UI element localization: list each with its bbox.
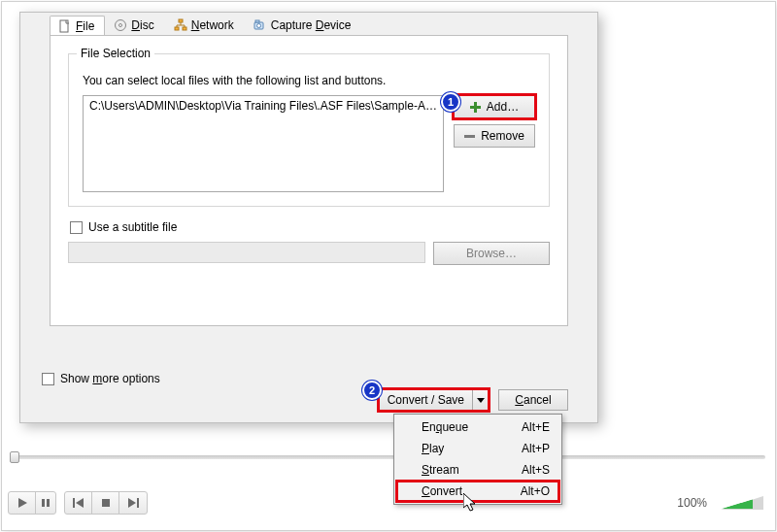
tab-capture-label: Capture Device	[271, 18, 352, 32]
annotation-badge-1: 1	[441, 92, 460, 112]
subtitle-checkbox[interactable]	[70, 221, 83, 234]
tab-network[interactable]: Network	[165, 15, 245, 36]
plus-icon	[470, 102, 481, 113]
cancel-button[interactable]: Cancel	[498, 389, 568, 411]
menu-item-enqueue[interactable]: Enqueue Alt+E	[396, 416, 559, 438]
file-listbox[interactable]: C:\Users\ADMIN\Desktop\Via Training File…	[83, 95, 444, 192]
menu-item-label: Play	[422, 442, 444, 455]
svg-marker-0	[18, 498, 27, 508]
chevron-down-icon[interactable]	[472, 390, 488, 410]
stop-button[interactable]	[92, 492, 119, 514]
skip-group	[64, 491, 148, 515]
svg-rect-18	[470, 106, 481, 109]
tab-capture[interactable]: Capture Device	[245, 15, 362, 36]
more-options-row[interactable]: Show more options	[42, 372, 160, 385]
svg-rect-8	[60, 20, 68, 32]
menu-item-label: Stream	[422, 463, 459, 477]
svg-rect-11	[179, 19, 183, 22]
volume-indicator[interactable]	[721, 496, 763, 510]
seek-bar[interactable]	[4, 447, 773, 466]
tab-network-label: Network	[191, 18, 234, 32]
svg-marker-20	[477, 398, 485, 403]
add-button[interactable]: Add…	[454, 95, 535, 118]
svg-rect-15	[255, 20, 259, 22]
svg-rect-13	[183, 27, 186, 30]
svg-point-16	[256, 24, 260, 28]
svg-marker-21	[463, 493, 475, 511]
menu-item-accel: Alt+S	[522, 463, 550, 477]
convert-save-menu: Enqueue Alt+E Play Alt+P Stream Alt+S Co…	[393, 414, 562, 505]
svg-rect-2	[47, 499, 50, 507]
menu-item-label: Convert	[422, 484, 462, 498]
playback-group	[8, 491, 56, 515]
browse-button-label: Browse…	[466, 247, 517, 260]
tab-disc[interactable]: Disc	[105, 15, 164, 36]
subtitle-label: Use a subtitle file	[88, 220, 177, 234]
seek-knob[interactable]	[10, 451, 19, 463]
svg-point-10	[119, 24, 122, 27]
tab-strip: File Disc Network Capture Device	[50, 15, 361, 36]
menu-item-play[interactable]: Play Alt+P	[396, 438, 559, 459]
menu-item-stream[interactable]: Stream Alt+S	[396, 459, 559, 481]
subtitle-path-field	[68, 242, 425, 263]
seek-track	[12, 455, 765, 459]
file-selection-legend: File Selection	[77, 47, 154, 60]
tab-file[interactable]: File	[50, 16, 105, 37]
tab-file-label: File	[76, 19, 94, 33]
file-selection-group: File Selection You can select local file…	[68, 53, 550, 207]
network-icon	[174, 18, 187, 32]
next-button[interactable]	[119, 492, 147, 514]
menu-item-accel: Alt+P	[522, 442, 550, 455]
convert-save-button[interactable]: Convert / Save	[379, 389, 489, 411]
remove-button-label: Remove	[481, 129, 524, 143]
capture-icon	[253, 18, 267, 32]
menu-item-label: Enqueue	[422, 420, 468, 434]
file-selection-hint: You can select local files with the foll…	[83, 74, 535, 87]
minus-icon	[464, 131, 475, 142]
subtitle-checkbox-row[interactable]: Use a subtitle file	[70, 220, 550, 234]
svg-rect-7	[137, 498, 139, 508]
remove-button[interactable]: Remove	[454, 124, 535, 148]
cancel-label: Cancel	[515, 393, 551, 407]
svg-rect-1	[42, 499, 45, 507]
svg-marker-4	[76, 498, 84, 508]
prev-button[interactable]	[65, 492, 92, 514]
player-toolbar: 100%	[8, 487, 769, 518]
list-item[interactable]: C:\Users\ADMIN\Desktop\Via Training File…	[87, 98, 439, 114]
svg-rect-5	[102, 499, 110, 507]
add-button-label: Add…	[487, 100, 519, 114]
svg-rect-12	[175, 27, 179, 30]
pause-button[interactable]	[36, 492, 55, 514]
convert-save-label: Convert / Save	[380, 393, 472, 407]
file-icon	[58, 19, 72, 33]
dialog-button-row: Convert / Save Cancel	[379, 389, 568, 411]
browse-button: Browse…	[433, 242, 550, 265]
svg-marker-6	[128, 498, 136, 508]
menu-item-accel: Alt+E	[522, 420, 550, 434]
cursor-icon	[463, 493, 479, 513]
more-options-checkbox[interactable]	[42, 373, 54, 385]
svg-rect-19	[464, 135, 475, 138]
svg-rect-3	[73, 498, 75, 508]
play-button[interactable]	[9, 492, 36, 514]
tab-panel-file: File Selection You can select local file…	[50, 35, 568, 326]
menu-item-accel: Alt+O	[521, 484, 550, 498]
open-media-dialog: File Disc Network Capture Device	[19, 12, 598, 423]
disc-icon	[114, 18, 127, 32]
zoom-level: 100%	[677, 496, 707, 510]
app-window: 100% File Disc Networ	[2, 2, 775, 530]
annotation-badge-2: 2	[362, 381, 382, 400]
tab-disc-label: Disc	[131, 18, 153, 32]
more-options-label: Show more options	[60, 372, 160, 385]
